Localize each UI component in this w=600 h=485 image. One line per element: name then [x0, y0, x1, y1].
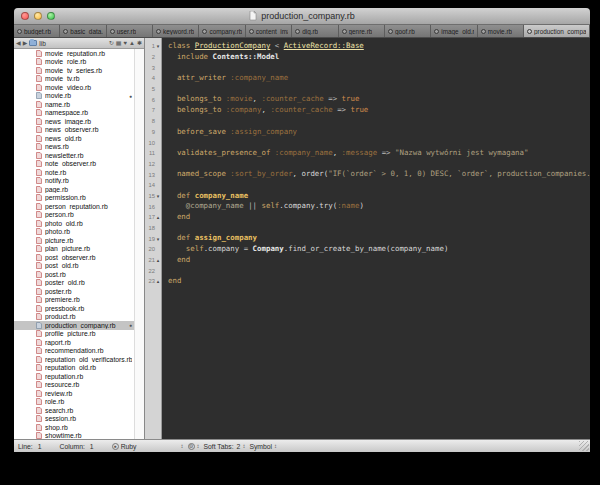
file-row-permission-rb[interactable]: permission.rb	[14, 194, 134, 203]
fold-up-icon[interactable]: ▴	[155, 278, 161, 284]
file-row-post_observer-rb[interactable]: post_observer.rb	[14, 253, 134, 262]
tab-movie-rb[interactable]: movie.rb	[478, 25, 524, 37]
file-row-reputation_old_verificators-rb[interactable]: reputation_old_verificators.rb	[14, 355, 134, 364]
code-token: =>	[328, 94, 337, 103]
editor-pane: 1▾23456789101112131415▾1617▴1819▾2021▴22…	[145, 38, 590, 439]
file-row-news_old-rb[interactable]: news_old.rb	[14, 134, 134, 143]
gutter-line: 15▾	[145, 191, 161, 202]
tab-basic_data-rb[interactable]: basic_data.rb	[60, 25, 106, 37]
code-token: "IF(`order` > 0, 1, 0) DESC, `order`, pr…	[328, 169, 590, 178]
tab-dig-rb[interactable]: dig.rb	[292, 25, 338, 37]
file-row-premiere-rb[interactable]: premiere.rb	[14, 296, 134, 305]
close-tab-icon[interactable]	[17, 29, 22, 34]
bundle-menu[interactable]: ⚙ ↕	[188, 443, 200, 450]
back-icon[interactable]: ◀	[16, 40, 21, 46]
close-tab-icon[interactable]	[388, 29, 393, 34]
file-row-person_reputation-rb[interactable]: person_reputation.rb	[14, 202, 134, 211]
file-row-movie_tv_series-rb[interactable]: movie_tv_series.rb	[14, 66, 134, 75]
heart-icon[interactable]: ♥	[123, 40, 127, 46]
tab-keyword-rb[interactable]: keyword.rb	[153, 25, 199, 37]
code-area[interactable]: class ProductionCompany < ActiveRecord::…	[162, 38, 590, 439]
file-row-reputation_old-rb[interactable]: reputation_old.rb	[14, 364, 134, 373]
fold-up-icon[interactable]: ▴	[155, 257, 161, 263]
close-tab-icon[interactable]	[434, 29, 439, 34]
code-token: @company_name	[186, 201, 244, 210]
file-row-movie_video-rb[interactable]: movie_video.rb	[14, 83, 134, 92]
line-number: 3	[152, 65, 155, 71]
file-row-movie_reputation-rb[interactable]: movie_reputation.rb	[14, 49, 134, 58]
close-tab-icon[interactable]	[202, 29, 207, 34]
refresh-icon[interactable]: ↻	[109, 40, 114, 46]
language-popup[interactable]: ● Ruby ↕	[112, 443, 184, 450]
tab-production_company-rb[interactable]: production_company.rb	[524, 25, 590, 37]
gutter-line: 2	[145, 52, 161, 63]
file-row-shop-rb[interactable]: shop.rb	[14, 423, 134, 432]
close-tab-icon[interactable]	[527, 29, 532, 34]
file-row-pressbook-rb[interactable]: pressbook.rb	[14, 304, 134, 313]
close-tab-icon[interactable]	[481, 29, 486, 34]
file-row-session-rb[interactable]: session.rb	[14, 415, 134, 424]
file-row-raport-rb[interactable]: raport.rb	[14, 338, 134, 347]
soft-tabs-popup[interactable]: Soft Tabs: 2 ↕	[204, 443, 246, 450]
file-row-showtime-rb[interactable]: showtime.rb	[14, 432, 134, 440]
tab-content_image-rb[interactable]: content_image.rb	[246, 25, 292, 37]
forward-icon[interactable]: ▶	[23, 40, 28, 46]
file-row-namespace-rb[interactable]: namespace.rb	[14, 109, 134, 118]
file-row-person-rb[interactable]: person.rb	[14, 211, 134, 220]
file-row-review-rb[interactable]: review.rb	[14, 389, 134, 398]
file-row-news_observer-rb[interactable]: news_observer.rb	[14, 126, 134, 135]
close-tab-icon[interactable]	[295, 29, 300, 34]
tab-genre-rb[interactable]: genre.rb	[339, 25, 385, 37]
file-row-note-rb[interactable]: note.rb	[14, 168, 134, 177]
close-tab-icon[interactable]	[249, 29, 254, 34]
file-row-post_old-rb[interactable]: post_old.rb	[14, 262, 134, 271]
file-row-photo_old-rb[interactable]: photo_old.rb	[14, 219, 134, 228]
grid-icon[interactable]: ▦	[116, 40, 122, 46]
tab-budget-rb[interactable]: budget.rb	[14, 25, 60, 37]
star-icon[interactable]: ✱	[137, 40, 142, 46]
file-row-news-rb[interactable]: news.rb	[14, 143, 134, 152]
file-row-poster-rb[interactable]: poster.rb	[14, 287, 134, 296]
file-row-profile_picture-rb[interactable]: profile_picture.rb	[14, 330, 134, 339]
up-arrow-icon[interactable]: ▲	[129, 40, 135, 46]
file-row-recommendation-rb[interactable]: recommendation.rb	[14, 347, 134, 356]
close-tab-icon[interactable]	[110, 29, 115, 34]
symbol-popup[interactable]: Symbol ↕	[249, 443, 277, 450]
file-row-resource-rb[interactable]: resource.rb	[14, 381, 134, 390]
tab-goof-rb[interactable]: goof.rb	[385, 25, 431, 37]
file-row-picture-rb[interactable]: picture.rb	[14, 236, 134, 245]
file-row-page-rb[interactable]: page.rb	[14, 185, 134, 194]
file-row-note_observer-rb[interactable]: note_observer.rb	[14, 160, 134, 169]
file-row-notify-rb[interactable]: notify.rb	[14, 177, 134, 186]
title-bar[interactable]: production_company.rb	[14, 8, 590, 25]
file-row-movie_role-rb[interactable]: movie_role.rb	[14, 58, 134, 67]
close-tab-icon[interactable]	[63, 29, 68, 34]
file-row-photo-rb[interactable]: photo.rb	[14, 228, 134, 237]
tab-user-rb[interactable]: user.rb	[107, 25, 153, 37]
file-row-product-rb[interactable]: product.rb	[14, 313, 134, 322]
file-list-scrollbar[interactable]	[134, 49, 144, 439]
file-row-reputation-rb[interactable]: reputation.rb	[14, 372, 134, 381]
close-tab-icon[interactable]	[342, 29, 347, 34]
fold-up-icon[interactable]: ▴	[155, 214, 161, 220]
tab-company-rb[interactable]: company.rb	[199, 25, 245, 37]
fold-down-icon[interactable]: ▾	[155, 43, 161, 49]
file-row-news_image-rb[interactable]: news_image.rb	[14, 117, 134, 126]
file-row-search-rb[interactable]: search.rb	[14, 406, 134, 415]
file-row-name-rb[interactable]: name.rb	[14, 100, 134, 109]
file-name: reputation_old.rb	[45, 364, 132, 371]
file-row-poster_old-rb[interactable]: poster_old.rb	[14, 279, 134, 288]
close-tab-icon[interactable]	[156, 29, 161, 34]
resize-grip[interactable]	[579, 441, 589, 451]
file-row-movie-rb[interactable]: movie.rb●	[14, 92, 134, 101]
fold-down-icon[interactable]: ▾	[155, 236, 161, 242]
code-token: self	[186, 244, 204, 253]
tab-image_old-rb[interactable]: image_old.rb	[431, 25, 477, 37]
file-row-post-rb[interactable]: post.rb	[14, 270, 134, 279]
file-row-plan_picture-rb[interactable]: plan_picture.rb	[14, 245, 134, 254]
file-row-movie_tv-rb[interactable]: movie_tv.rb	[14, 75, 134, 84]
file-row-role-rb[interactable]: role.rb	[14, 398, 134, 407]
file-row-newsletter-rb[interactable]: newsletter.rb	[14, 151, 134, 160]
file-row-production_company-rb[interactable]: production_company.rb●	[14, 321, 134, 330]
fold-down-icon[interactable]: ▾	[155, 193, 161, 199]
